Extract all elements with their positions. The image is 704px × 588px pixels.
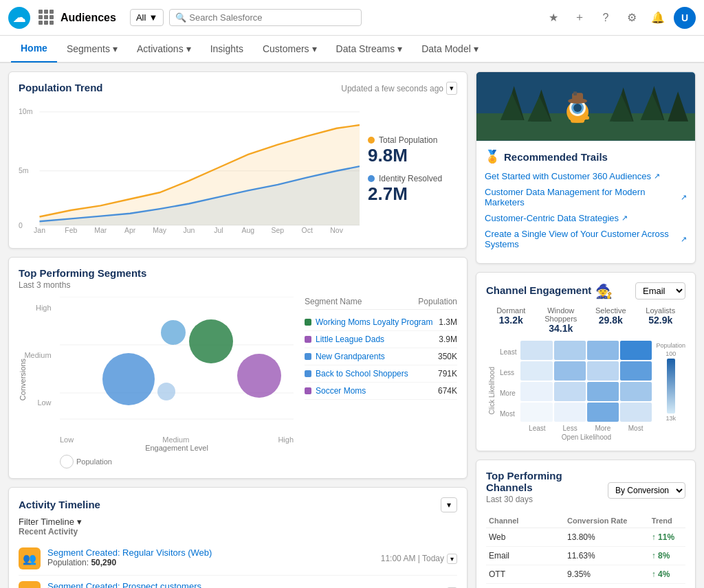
col-label-least: Least xyxy=(520,425,553,432)
trails-body: 🏅 Recommended Trails Get Started with Cu… xyxy=(476,141,695,263)
nav-home[interactable]: Home xyxy=(11,35,57,63)
filter-chevron: ▾ xyxy=(77,517,82,527)
user-avatar[interactable]: U xyxy=(674,7,696,29)
trails-link-0[interactable]: Get Started with Customer 360 Audiences … xyxy=(485,171,687,181)
timeline-time-1: 11:00 AM | Today ▾ xyxy=(381,581,457,588)
window-shoppers-value: 34.1k xyxy=(536,323,586,334)
svg-text:Feb: Feb xyxy=(65,227,77,234)
trails-link-icon-0: ↗ xyxy=(654,172,660,181)
notifications-button[interactable]: 🔔 xyxy=(648,8,668,28)
trails-link-3[interactable]: Create a Single View of Your Customer Ac… xyxy=(485,229,687,249)
trails-link-text-3: Create a Single View of Your Customer Ac… xyxy=(485,229,678,249)
population-chart: 10m 5m 0 Jan xyxy=(19,99,360,236)
trails-badge-icon: 🏅 xyxy=(485,149,500,164)
main-content: Population Trend Updated a few seconds a… xyxy=(0,63,704,588)
nav-customers[interactable]: Customers ▾ xyxy=(253,35,327,63)
seg-name-4[interactable]: Soccer Moms xyxy=(305,386,366,396)
y-axis-label: Conversions xyxy=(19,359,27,400)
trails-title: 🏅 Recommended Trails xyxy=(485,149,687,164)
recommended-trails-card: 🏅 Recommended Trails Get Started with Cu… xyxy=(476,71,696,264)
seg-pop-0: 1.3M xyxy=(439,317,457,327)
channel-astro-icon: 🧙 xyxy=(595,283,613,299)
nav-data-model[interactable]: Data Model ▾ xyxy=(412,35,488,63)
tl-dropdown-0[interactable]: ▾ xyxy=(447,554,457,564)
timeline-filter-collapse[interactable]: ▾ xyxy=(441,497,457,512)
app-grid-icon[interactable] xyxy=(38,10,55,26)
nav-insights-label: Insights xyxy=(210,43,243,54)
help-button[interactable]: ? xyxy=(595,8,616,28)
all-label: All xyxy=(136,12,146,23)
seg-name-2[interactable]: New Grandparents xyxy=(305,352,385,361)
channels-header: Top Performing Channels Last 30 days By … xyxy=(486,470,685,511)
x-axis-label: Engagement Level xyxy=(19,444,294,452)
nav-icons: ★ ＋ ? ⚙ 🔔 U xyxy=(543,7,696,29)
bubble-svg xyxy=(60,297,294,434)
bubble-back-to-school[interactable] xyxy=(157,383,175,400)
svg-text:Jul: Jul xyxy=(214,227,223,234)
bubble-working-moms[interactable] xyxy=(189,319,233,363)
heatmap-cell xyxy=(554,382,586,401)
bubble-new-grandparents[interactable] xyxy=(161,320,186,345)
seg-label-3: Back to School Shoppers xyxy=(316,369,408,378)
timeline-title-1[interactable]: Segment Created: Prospect customers xyxy=(47,581,374,588)
updated-dropdown[interactable]: ▾ xyxy=(446,82,457,95)
seg-dot-0 xyxy=(305,319,311,326)
channel-select[interactable]: Email Web Mobile OTT xyxy=(635,282,685,299)
nav-segments-label: Segments xyxy=(67,43,110,54)
seg-dot-3 xyxy=(305,370,311,377)
timeline-time-0: 11:00 AM | Today ▾ xyxy=(381,547,457,569)
heatmap-cell xyxy=(620,341,652,360)
loyalists-value: 52.9k xyxy=(636,315,686,326)
activity-timeline-card: Activity Timeline ▾ Filter Timeline ▾ Re… xyxy=(8,487,468,588)
all-dropdown[interactable]: All ▼ xyxy=(130,9,164,26)
favorites-button[interactable]: ★ xyxy=(543,8,564,28)
channel-stat-2: Selective 29.8k xyxy=(586,306,636,334)
trails-link-2[interactable]: Customer-Centric Data Strategies ↗ xyxy=(485,213,687,223)
channel-trend-2: ↑ 4% xyxy=(649,565,685,584)
nav-insights[interactable]: Insights xyxy=(201,35,253,63)
top-nav: ☁ Audiences All ▼ 🔍 ★ ＋ ? ⚙ 🔔 U xyxy=(0,0,704,36)
seg-name-1[interactable]: Little League Dads xyxy=(305,335,384,344)
seg-header-pop: Population xyxy=(418,297,457,306)
col-label-more: More xyxy=(586,425,619,432)
seg-pop-3: 791K xyxy=(438,369,457,378)
channel-rate-2: 9.35% xyxy=(564,565,649,584)
x-axis-ticks: Low Medium High xyxy=(19,436,294,444)
search-input[interactable] xyxy=(189,12,355,23)
pop-legend-title: Population xyxy=(656,342,685,349)
seg-name-0[interactable]: Working Moms Loyalty Program xyxy=(305,317,433,327)
bubble-little-league[interactable] xyxy=(102,353,155,405)
seg-name-3[interactable]: Back to School Shoppers xyxy=(305,369,408,378)
svg-rect-41 xyxy=(573,91,577,95)
row-label-most: Most xyxy=(500,404,516,423)
heatmap-cell xyxy=(520,403,552,422)
top-segments-card: Top Performing Segments Last 3 months Hi… xyxy=(8,257,468,479)
pop-legend-bar xyxy=(667,359,675,414)
conversion-sort-select[interactable]: By Conversion By Volume By Trend xyxy=(608,482,685,499)
col-label-most: Most xyxy=(619,425,652,432)
trails-image xyxy=(476,72,695,141)
seg-row-1: Little League Dads 3.9M xyxy=(305,331,457,348)
nav-data-streams[interactable]: Data Streams ▾ xyxy=(327,35,412,63)
tl-time-text-0: 11:00 AM | Today xyxy=(381,554,444,563)
svg-text:Mar: Mar xyxy=(94,227,107,234)
bubble-soccer-moms[interactable] xyxy=(237,354,281,398)
seg-label-2: New Grandparents xyxy=(316,352,385,361)
filter-timeline-button[interactable]: Filter Timeline ▾ xyxy=(19,517,82,527)
dormant-value: 13.2k xyxy=(486,315,536,326)
timeline-title-0[interactable]: Segment Created: Regular Visitors (Web) xyxy=(47,547,374,558)
channel-row: OTT9.35%↑ 4% xyxy=(486,565,685,584)
add-button[interactable]: ＋ xyxy=(569,8,590,28)
nav-activations[interactable]: Activations ▾ xyxy=(127,35,201,63)
channel-engagement-header: Channel Engagement 🧙 Email Web Mobile OT… xyxy=(486,282,685,299)
all-chevron: ▼ xyxy=(148,12,157,23)
svg-text:Jan: Jan xyxy=(34,227,45,234)
nav-segments[interactable]: Segments ▾ xyxy=(57,35,127,63)
left-column: Population Trend Updated a few seconds a… xyxy=(8,71,468,588)
total-population-dot xyxy=(368,137,375,144)
ch-header-rate: Conversion Rate xyxy=(564,514,649,528)
timeline-icon-0: 👥 xyxy=(19,547,41,569)
trails-link-1[interactable]: Customer Data Management for Modern Mark… xyxy=(485,187,687,207)
heatmap-cell xyxy=(554,341,586,360)
settings-button[interactable]: ⚙ xyxy=(622,8,642,28)
